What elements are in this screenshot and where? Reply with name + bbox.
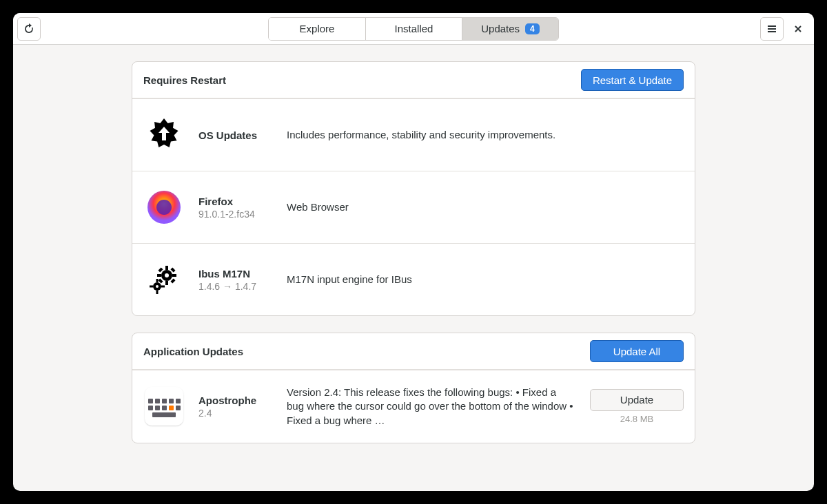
section-header: Application Updates Update All (132, 333, 695, 370)
svg-rect-3 (165, 266, 168, 270)
app-window: Explore Installed Updates 4 Requires Res… (13, 13, 814, 491)
item-title: Apostrophe (198, 395, 273, 406)
svg-rect-16 (161, 286, 165, 288)
section-title: Application Updates (143, 346, 243, 357)
svg-rect-13 (156, 279, 159, 282)
svg-rect-6 (172, 274, 176, 277)
updates-count-badge: 4 (525, 23, 540, 34)
item-title: Ibus M17N (198, 268, 273, 280)
tab-label: Explore (300, 23, 335, 34)
svg-rect-14 (156, 291, 159, 294)
refresh-icon (23, 23, 34, 34)
svg-point-11 (165, 273, 169, 277)
content-area: Requires Restart Restart & Update OS Upd… (13, 45, 814, 491)
close-icon (793, 24, 803, 34)
update-all-button[interactable]: Update All (590, 340, 684, 362)
firefox-icon (143, 187, 185, 228)
svg-rect-15 (150, 286, 153, 288)
item-description: M17N input engine for IBus (287, 273, 684, 286)
svg-rect-4 (165, 281, 168, 285)
item-version: 91.0.1-2.fc34 (198, 209, 273, 220)
ibus-icon (143, 259, 185, 300)
section-title: Requires Restart (143, 74, 226, 86)
svg-rect-5 (157, 274, 161, 277)
section-header: Requires Restart Restart & Update (132, 62, 695, 98)
item-title: Firefox (198, 196, 273, 207)
svg-rect-10 (170, 267, 175, 272)
close-button[interactable] (786, 17, 810, 41)
svg-rect-9 (158, 278, 163, 283)
item-version: 1.4.6 → 1.4.7 (198, 281, 273, 292)
hamburger-icon (766, 23, 777, 34)
tab-installed[interactable]: Installed (365, 18, 462, 40)
refresh-button[interactable] (17, 17, 41, 41)
app-updates-section: Application Updates Update All Apostroph… (132, 333, 695, 443)
item-version: 2.4 (198, 408, 273, 419)
os-updates-icon (143, 114, 185, 156)
update-row[interactable]: Ibus M17N 1.4.6 → 1.4.7 M17N input engin… (132, 243, 695, 315)
view-tabs: Explore Installed Updates 4 (268, 17, 559, 41)
restart-update-button[interactable]: Restart & Update (581, 69, 684, 91)
tab-updates[interactable]: Updates 4 (462, 18, 558, 40)
svg-point-1 (156, 200, 172, 215)
update-row[interactable]: OS Updates Includes performance, stabili… (132, 98, 695, 171)
tab-label: Installed (395, 23, 433, 34)
tab-label: Updates (481, 23, 520, 34)
item-description: Includes performance, stability and secu… (287, 128, 684, 142)
svg-rect-8 (170, 278, 175, 283)
update-row[interactable]: Apostrophe 2.4 Version 2.4: This release… (132, 370, 695, 443)
item-description: Version 2.4: This release fixes the foll… (287, 386, 576, 428)
update-button[interactable]: Update (590, 389, 684, 411)
apostrophe-icon (143, 386, 185, 427)
titlebar: Explore Installed Updates 4 (13, 13, 814, 45)
update-row[interactable]: Firefox 91.0.1-2.fc34 Web Browser (132, 171, 695, 243)
download-size: 24.8 MB (620, 414, 653, 424)
svg-rect-7 (158, 267, 163, 272)
tab-explore[interactable]: Explore (269, 18, 365, 40)
svg-point-17 (156, 285, 159, 288)
item-title: OS Updates (198, 129, 273, 141)
menu-button[interactable] (760, 17, 784, 41)
restart-section: Requires Restart Restart & Update OS Upd… (132, 61, 695, 316)
item-description: Web Browser (287, 200, 684, 214)
